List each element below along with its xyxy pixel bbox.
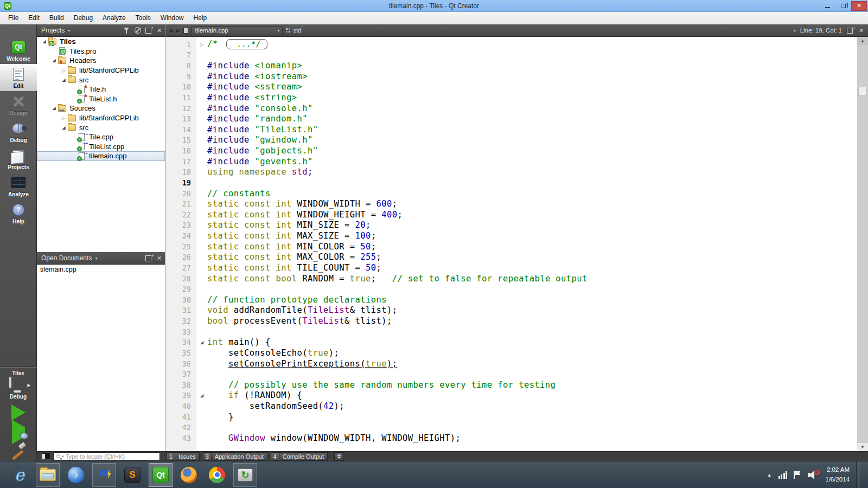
menu-window[interactable]: Window [156,12,189,23]
code-line-32[interactable]: 32bool processEvent(TileList& tlist); [165,316,857,326]
mode-projects[interactable]: Projects [0,145,37,172]
tree-collapsed-icon[interactable]: ▷ [60,68,68,73]
show-desktop-button[interactable] [856,461,860,488]
tree-item-lib-stanfordcpplib[interactable]: ▷lib/StanfordCPPLib [37,66,165,75]
overflow-chevron-icon[interactable]: ▾ [793,28,796,33]
mode-design[interactable]: Design [0,91,37,118]
output-pane-issues[interactable]: 1Issues [167,452,200,461]
code-line-25[interactable]: 25static const int MIN_COLOR = 50; [165,241,857,252]
mode-debug[interactable]: Debug [0,118,37,145]
mode-welcome[interactable]: QtWelcome [0,37,37,64]
mode-help[interactable]: ?Help [0,200,37,227]
taskbar-internet-explorer-icon[interactable]: e [8,463,31,487]
open-documents-title[interactable]: Open Documents [41,254,92,262]
close-panel-icon[interactable]: ✕ [156,254,163,262]
code-line-1[interactable]: 1▷/* ...*/ [165,39,857,50]
chevron-down-icon[interactable]: ▾ [94,256,97,261]
taskbar-firefox-icon[interactable] [177,463,201,487]
code-line-27[interactable]: 27static const int TILE_COUNT = 50; [165,262,857,273]
filter-icon[interactable] [123,27,130,35]
tree-item-lib-stanfordcpplib[interactable]: ▷lib/StanfordCPPLib [37,113,165,123]
go-forward-icon[interactable]: ▶ [176,28,181,34]
close-editor-icon[interactable]: ✕ [858,27,865,35]
scrollbar-thumb[interactable] [858,87,867,96]
code-line-39[interactable]: 39◢ if (!RANDOM) { [165,390,857,401]
code-line-22[interactable]: 22static const int WINDOW_HEIGHT = 400; [165,209,857,220]
tree-expanded-icon[interactable]: ◢ [50,106,58,111]
split-editor-icon[interactable] [846,27,853,35]
code-line-40[interactable]: 40 setRandomSeed(42); [165,401,857,412]
close-button[interactable]: ✕ [851,1,867,11]
taskbar-qt-creator-icon[interactable]: Qt [149,463,173,487]
menu-file[interactable]: File [3,12,23,23]
tree-item-src[interactable]: ◢src [37,123,165,132]
mode-edit[interactable]: Edit [0,64,37,91]
tree-item-tilemain-cpp[interactable]: ++✓tilemain.cpp [37,151,165,161]
symbol-breadcrumb[interactable]: std [286,27,301,34]
tree-item-tiles[interactable]: ◢QtTiles [37,37,165,47]
code-line-35[interactable]: 35 setConsoleEcho(true); [165,348,857,358]
code-line-34[interactable]: 34◢int main() { [165,337,857,348]
restore-button[interactable] [835,1,851,11]
code-line-17[interactable]: 17#include "gevents.h" [165,156,857,167]
taskbar-itunes-icon[interactable]: ♪ [64,463,88,487]
action-center-flag-icon[interactable] [794,471,801,479]
projects-panel-title[interactable]: Projects [41,27,65,34]
output-pane-toggle-button[interactable] [334,452,344,461]
code-line-16[interactable]: 16#include "gobjects.h" [165,145,857,156]
tree-item-tile-h[interactable]: h✓Tile.h [37,85,165,94]
tree-expanded-icon[interactable]: ◢ [60,125,68,130]
tree-item-tiles-pro[interactable]: QtTiles.pro [37,47,165,56]
menu-debug[interactable]: Debug [69,12,98,23]
go-back-icon[interactable]: ◀ [169,28,173,34]
code-area[interactable]: 1▷/* ...*/78#include <iomanip>9#include … [165,37,857,451]
taskbar-file-explorer-icon[interactable] [36,463,60,487]
chevron-down-icon[interactable]: ▾ [67,28,70,33]
fold-collapsed-icon[interactable]: ▷ [196,42,207,47]
code-line-7[interactable]: 7 [165,50,857,61]
taskbar-sync-tool-icon[interactable]: ↻ [233,463,257,487]
tree-item-src[interactable]: ◢src [37,75,165,85]
code-line-13[interactable]: 13#include "random.h" [165,113,857,124]
open-document-tilemain-cpp[interactable]: tilemain.cpp [37,265,165,274]
code-line-30[interactable]: 30// function prototype declarations [165,294,857,305]
menu-help[interactable]: Help [189,12,212,23]
show-hidden-icons-icon[interactable]: ▲ [767,472,772,478]
fold-expanded-icon[interactable]: ◢ [196,340,207,345]
toggle-sidebar-button[interactable] [41,453,50,460]
collapsed-comment-box[interactable]: ...*/ [226,39,267,49]
tree-expanded-icon[interactable]: ◢ [50,58,58,63]
code-line-14[interactable]: 14#include "TileList.h" [165,124,857,135]
code-line-31[interactable]: 31void addRandomTile(TileList& tlist); [165,305,857,316]
code-line-26[interactable]: 26static const int MAX_COLOR = 255; [165,252,857,263]
code-line-38[interactable]: 38 // possibly use the same random numbe… [165,380,857,390]
code-line-23[interactable]: 23static const int MIN_SIZE = 20; [165,220,857,231]
menu-analyze[interactable]: Analyze [98,12,131,23]
code-line-37[interactable]: 37 [165,369,857,380]
taskbar-sublime-text-icon[interactable]: S [120,463,144,487]
split-panel-icon[interactable] [145,254,152,262]
code-line-19[interactable]: 19 [165,177,857,188]
close-panel-icon[interactable]: ✕ [156,27,163,35]
build-button[interactable] [10,442,27,458]
debug-run-button[interactable] [12,427,25,437]
editor-scrollbar[interactable]: ▲ ▼ [857,37,868,451]
locator-search[interactable]: ▾ Type to locate (Ctrl+K) [54,452,160,460]
code-line-29[interactable]: 29 [165,284,857,294]
tree-item-tilelist-h[interactable]: h✓TileList.h [37,94,165,104]
sync-with-editor-icon[interactable] [134,27,141,35]
code-line-36[interactable]: 36 setConsolePrintExceptions(true); [165,358,857,369]
taskbar-clock[interactable]: 2:02 AM 1/6/2014 [825,465,850,484]
code-line-42[interactable]: 42 [165,422,857,433]
code-line-15[interactable]: 15#include "gwindow.h" [165,135,857,146]
muted-speaker-icon[interactable] [808,471,819,479]
code-line-33[interactable]: 33 [165,326,857,337]
tree-expanded-icon[interactable]: ◢ [40,39,48,44]
taskbar-chrome-icon[interactable] [205,463,229,487]
output-pane-application-output[interactable]: 3Application Output [203,452,267,461]
menu-build[interactable]: Build [44,12,69,23]
tree-item-headers[interactable]: ◢hHeaders [37,56,165,66]
target-selector-icon[interactable]: ▶ [9,378,28,393]
code-line-11[interactable]: 11#include <string> [165,92,857,103]
minimize-button[interactable] [820,1,835,11]
